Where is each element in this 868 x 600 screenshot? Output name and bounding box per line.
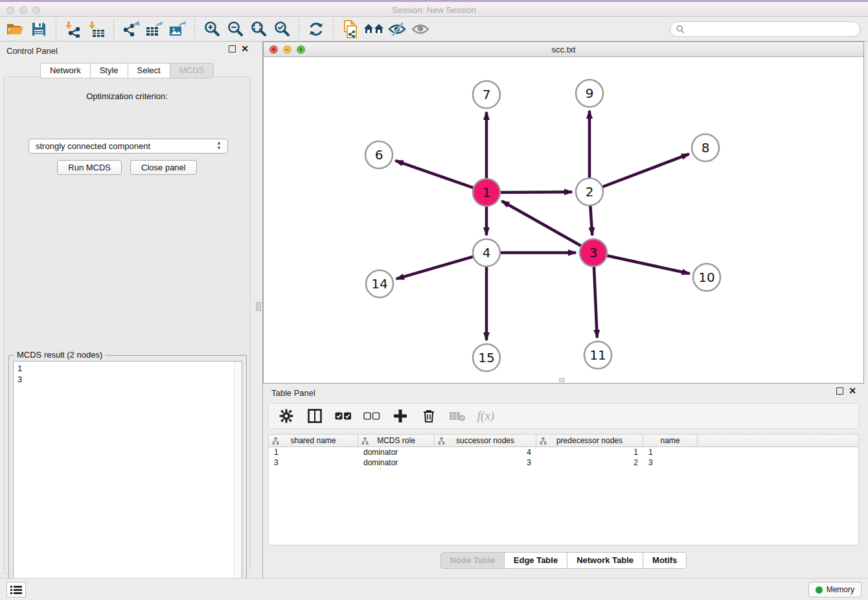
table-cell[interactable]: 1	[643, 447, 698, 457]
hide-selected-icon[interactable]	[385, 19, 409, 40]
import-table-icon[interactable]	[85, 19, 108, 40]
table-close-icon[interactable]: ✕	[849, 387, 856, 395]
tab-mcds[interactable]: MCDS	[170, 63, 214, 78]
column-header-predecessor-nodes[interactable]: predecessor nodes	[536, 435, 643, 446]
control-panel-title: Control Panel	[6, 46, 58, 56]
column-header-label: predecessor nodes	[556, 436, 622, 445]
run-mcds-button[interactable]: Run MCDS	[57, 160, 122, 175]
tab-edge-table[interactable]: Edge Table	[504, 552, 567, 569]
graph-node-label-7: 7	[483, 87, 491, 102]
close-panel-button[interactable]: Close panel	[130, 160, 197, 175]
zoom-out-icon[interactable]	[223, 19, 247, 40]
mcds-result-area[interactable]: 1 3	[13, 361, 242, 595]
zoom-in-icon[interactable]	[200, 19, 223, 40]
close-panel-icon[interactable]: ✕	[241, 45, 249, 52]
delete-row-icon[interactable]	[419, 406, 439, 426]
column-header-label: MCDS role	[377, 436, 415, 445]
graph-edge-3-1[interactable]	[502, 201, 583, 246]
node-table: shared nameMCDS rolesuccessor nodesprede…	[268, 434, 859, 546]
column-header-shared-name[interactable]: shared name	[269, 435, 358, 446]
new-network-from-selection-icon[interactable]	[339, 19, 362, 40]
graph-edge-3-11[interactable]	[594, 265, 597, 338]
network-canvas[interactable]: 7968124314101511	[264, 57, 863, 383]
result-scrollbar[interactable]	[234, 362, 242, 595]
show-columns-icon[interactable]	[305, 406, 325, 426]
column-header-MCDS-role[interactable]: MCDS role	[358, 435, 435, 446]
graph-node-label-11: 11	[589, 347, 606, 363]
function-builder-icon[interactable]: f(x)	[476, 406, 496, 426]
tab-node-table[interactable]: Node Table	[440, 552, 504, 569]
zoom-selected-icon[interactable]	[270, 19, 293, 40]
table-cell[interactable]: 3	[269, 457, 358, 468]
export-image-icon[interactable]	[166, 19, 189, 40]
control-panel-tabs: Network Style Select MCDS	[0, 63, 254, 78]
canvas-bottom-grip[interactable]	[559, 378, 565, 382]
search-input[interactable]	[685, 23, 860, 36]
table-cell[interactable]: 3	[435, 457, 536, 468]
table-cell[interactable]: dominator	[358, 457, 435, 468]
tab-select[interactable]: Select	[128, 63, 170, 78]
mcds-result-group: MCDS result (2 nodes) 1 3	[8, 355, 247, 600]
graph-node-label-3: 3	[589, 245, 598, 260]
table-row[interactable]: 1dominator411	[269, 447, 858, 457]
refresh-icon[interactable]	[304, 19, 328, 40]
table-panel: Table Panel ✕	[263, 384, 864, 578]
tab-network-table[interactable]: Network Table	[567, 552, 643, 569]
main-toolbar	[0, 17, 868, 41]
export-table-icon[interactable]	[143, 19, 166, 40]
splitter-grip[interactable]	[256, 302, 261, 311]
toolbar-separator	[194, 19, 195, 39]
control-panel: Control Panel ✕ Network Style Select MCD…	[0, 41, 254, 578]
graph-node-label-4: 4	[483, 245, 491, 260]
network-title: scc.txt	[264, 45, 863, 54]
first-neighbors-icon[interactable]	[362, 19, 385, 40]
search-box	[670, 21, 860, 37]
mcds-panel: Optimization criterion: strongly connect…	[3, 76, 251, 574]
show-all-icon[interactable]	[409, 19, 432, 40]
zoom-fit-icon[interactable]	[247, 19, 270, 40]
network-titlebar: × − + scc.txt	[264, 42, 863, 57]
graph-node-label-10: 10	[698, 270, 714, 285]
graph-edge-3-10[interactable]	[606, 255, 690, 273]
table-cell[interactable]: 1	[269, 447, 358, 457]
float-panel-icon[interactable]	[229, 45, 236, 52]
toolbar-separator	[333, 19, 334, 39]
table-toolbar: f(x)	[268, 403, 859, 429]
table-cell[interactable]: 3	[643, 457, 698, 468]
add-row-icon[interactable]	[391, 406, 410, 426]
delete-table-icon[interactable]	[448, 406, 467, 426]
table-cell[interactable]: 1	[536, 447, 643, 457]
unselect-all-checkboxes-icon[interactable]	[362, 406, 382, 426]
graph-edge-1-2[interactable]	[499, 192, 572, 192]
task-history-button[interactable]	[6, 582, 26, 597]
export-network-icon[interactable]	[119, 19, 143, 40]
save-session-icon[interactable]	[27, 19, 51, 40]
vertical-splitter[interactable]	[254, 41, 263, 578]
criterion-dropdown[interactable]: strongly connected component ▲▼	[29, 139, 228, 154]
graph-edge-2-8[interactable]	[601, 154, 689, 188]
import-network-icon[interactable]	[62, 19, 85, 40]
graph-edge-4-14[interactable]	[396, 256, 475, 279]
tree-hierarchy-icon	[438, 437, 445, 444]
table-cell[interactable]: 2	[536, 457, 643, 468]
table-options-gear-icon[interactable]	[277, 406, 296, 426]
graph-edge-2-3[interactable]	[590, 204, 592, 235]
table-cell[interactable]: dominator	[358, 447, 435, 457]
table-cell[interactable]: 4	[435, 447, 536, 457]
memory-button[interactable]: Memory	[808, 582, 862, 597]
window-title: Session: New Session	[0, 5, 868, 15]
list-icon	[10, 585, 22, 594]
tab-motifs[interactable]: Motifs	[643, 552, 687, 569]
graph-edge-1-6[interactable]	[395, 161, 475, 189]
table-row[interactable]: 3dominator323	[269, 457, 858, 468]
tab-network[interactable]: Network	[40, 63, 90, 78]
optimization-criterion-label: Optimization criterion:	[4, 91, 250, 101]
table-float-icon[interactable]	[836, 387, 843, 395]
table-tabs: Node Table Edge Table Network Table Moti…	[263, 552, 864, 569]
open-session-icon[interactable]	[4, 19, 27, 40]
column-header-successor-nodes[interactable]: successor nodes	[435, 435, 536, 446]
network-window: × − + scc.txt 7968124314101511	[263, 41, 864, 384]
select-all-checkboxes-icon[interactable]	[334, 406, 353, 426]
tab-style[interactable]: Style	[90, 63, 128, 78]
column-header-name[interactable]: name	[643, 435, 698, 446]
